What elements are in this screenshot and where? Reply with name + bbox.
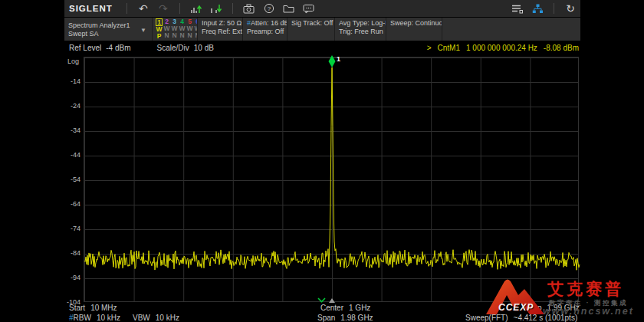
marker-readout-name: CntM1 <box>438 44 460 52</box>
redo-icon: ↷ <box>159 3 168 14</box>
sig-track-field: Sig Track: Off <box>291 19 331 28</box>
mode-title: Spectrum Analyzer1 <box>68 21 140 30</box>
marker-1-label: 1 <box>337 55 340 63</box>
chevron-down-icon: ▼ <box>140 26 146 34</box>
span-label: Span <box>317 314 335 322</box>
vbw-value: 10 kHz <box>156 314 179 322</box>
trace-3-status[interactable]: 3 W N <box>172 18 177 41</box>
menu-list-icon <box>511 4 524 14</box>
scale-div-value[interactable]: 10 dB <box>194 44 214 52</box>
preamp-field: Preamp: Off <box>247 28 284 36</box>
freq-ref-field: Freq Ref: Ext(S) <box>202 28 239 36</box>
sig-track-settings[interactable]: Sig Track: Off <box>287 18 334 41</box>
avg-type-field: Avg Type: Log-Pwr <box>339 19 383 28</box>
start-value: 10 MHz <box>90 304 117 312</box>
undo-button[interactable]: ↶ <box>133 1 153 16</box>
start-label: Start <box>69 304 85 312</box>
y-axis-tick-label: -24 <box>49 102 80 110</box>
start-freq-field[interactable]: Start10 MHz <box>69 304 117 312</box>
sweep-mode-field: Sweep: Continuous <box>390 19 439 28</box>
trace-4-status[interactable]: 4 W N <box>179 18 185 41</box>
peak-search-icon <box>190 4 202 14</box>
log-scale-label: Log <box>67 58 79 65</box>
lan-status-button[interactable] <box>527 1 547 16</box>
peak-search-button[interactable] <box>186 1 206 16</box>
y-axis-tick-label: -44 <box>49 151 80 159</box>
mode-selector[interactable]: Spectrum Analyzer1 Swept SA ▼ <box>64 18 152 41</box>
ref-level-value[interactable]: -4 dBm <box>106 44 130 52</box>
top-toolbar: SIGLENT ↶ ↷ <box>64 0 580 17</box>
message-icon <box>303 4 314 14</box>
watermark-url: www.hncsw.net <box>543 306 634 317</box>
y-axis-tick-label: -54 <box>49 176 80 183</box>
y-axis-tick-label: -14 <box>49 77 80 85</box>
spectrum-analyzer-screen: SIGLENT ↶ ↷ <box>0 0 644 322</box>
folder-icon <box>283 4 294 13</box>
marker-readout-amplitude: -8.08 dBm <box>544 44 579 52</box>
marker-readout-frequency: 1 000 000 000.24 Hz <box>466 44 537 52</box>
toolbar-divider <box>179 3 180 14</box>
menu-list-button[interactable] <box>508 1 527 16</box>
ccexp-logo-text: CCEXP <box>498 302 534 313</box>
screenshot-button[interactable] <box>239 1 259 16</box>
rbw-value: 10 kHz <box>97 314 120 322</box>
settings-bar: Spectrum Analyzer1 Swept SA ▼ 1 W P 2 W … <box>64 18 580 41</box>
svg-text:?: ? <box>268 5 271 12</box>
toolbar-divider <box>232 3 233 14</box>
mode-subtitle: Swept SA <box>68 30 140 38</box>
sweep-settings[interactable]: Sweep: Continuous <box>386 18 442 41</box>
ccexp-watermark: CCEXP 艾克赛普 数字孪生 · 测控集成 www.hncsw.net <box>483 264 642 320</box>
y-axis-tick-label: -64 <box>49 200 80 208</box>
toolbar-divider <box>554 3 554 14</box>
marker-readout-prefix: > <box>427 44 432 52</box>
y-axis-tick-label: -84 <box>49 249 80 257</box>
center-label: Center <box>320 304 343 312</box>
preset-reset-button[interactable]: ↻ <box>560 1 580 16</box>
trace-1-status[interactable]: 1 W P <box>156 18 162 41</box>
marker-readout: >CntM11 000 000 000.24 Hz-8.08 dBm <box>421 44 579 52</box>
trace-2-status[interactable]: 2 W N <box>164 18 169 41</box>
trig-field: Trig: Free Run <box>339 28 383 36</box>
vbw-label: VBW <box>133 314 150 322</box>
y-axis-tick-label: -34 <box>49 127 80 134</box>
help-button[interactable]: ? <box>259 1 279 16</box>
min-search-button[interactable] <box>206 1 226 16</box>
camera-icon <box>243 4 255 14</box>
toolbar-divider <box>127 3 127 14</box>
marker-1-diamond-icon <box>329 55 336 67</box>
amplitude-info-row: Ref Level-4 dBmScale/Div10 dB <box>69 44 219 52</box>
rbw-label: RBW <box>74 314 91 322</box>
file-button[interactable] <box>279 1 299 16</box>
undo-icon: ↶ <box>139 3 148 14</box>
rbw-coupled-flag: # <box>69 314 74 322</box>
center-freq-tick-icon <box>329 298 335 303</box>
lan-network-icon <box>532 4 544 14</box>
center-freq-field[interactable]: Center1 GHz <box>320 304 370 312</box>
bw-fields[interactable]: #RBW10 kHzVBW10 kHz <box>69 314 179 322</box>
y-axis-tick-label: -74 <box>49 225 80 232</box>
trace-5-status[interactable]: 5 W N <box>187 18 192 41</box>
min-search-icon <box>210 4 222 14</box>
atten-settings[interactable]: #Atten: 16 dB Preamp: Off <box>242 18 287 41</box>
atten-field: #Atten: 16 dB <box>247 19 284 28</box>
input-z-field: Input Z: 50 Ω <box>202 19 239 28</box>
watermark-brand-cn: 艾克赛普 <box>547 278 624 300</box>
help-icon: ? <box>264 3 274 14</box>
message-button[interactable] <box>299 1 319 16</box>
scale-div-label: Scale/Div <box>156 44 189 52</box>
redo-button[interactable]: ↷ <box>153 1 173 16</box>
marker-axis-chevron-icon <box>317 297 326 303</box>
avg-trig-settings[interactable]: Avg Type: Log-Pwr Trig: Free Run <box>334 18 386 41</box>
center-value: 1 GHz <box>349 304 370 312</box>
ref-level-label: Ref Level <box>69 44 101 52</box>
trace-status-panel[interactable]: 1 W P 2 W N 3 W N 4 W N 5 W N <box>152 18 197 41</box>
span-field[interactable]: Span1.98 GHz <box>317 314 373 322</box>
span-value: 1.98 GHz <box>340 314 373 322</box>
reset-icon: ↻ <box>566 3 575 14</box>
settings-bar-filler <box>442 18 580 41</box>
siglent-logo: SIGLENT <box>69 4 113 13</box>
input-settings[interactable]: Input Z: 50 Ω Freq Ref: Ext(S) <box>197 18 242 41</box>
y-axis-tick-label: -94 <box>49 274 80 281</box>
